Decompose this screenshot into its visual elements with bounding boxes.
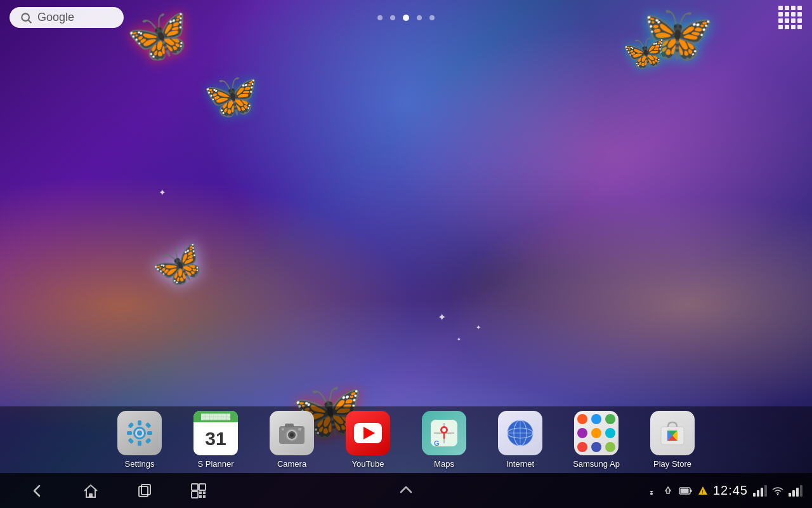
page-dots [377,15,435,21]
svg-rect-41 [199,491,202,494]
internet-icon-container [498,411,542,455]
recents-icon [136,482,154,500]
home-button[interactable] [79,479,102,502]
signal-bars [753,485,767,497]
samsung-label: Samsung Ap [573,459,620,469]
svg-point-20 [282,428,284,431]
net-bar-1 [789,493,791,497]
nav-center [397,481,415,501]
net-bar-2 [792,490,795,497]
svg-rect-19 [298,428,301,431]
recycle-icon [662,485,674,497]
globe-icon [504,417,536,449]
butterfly-mid-left: 🦋 [203,70,258,122]
svg-rect-42 [203,491,206,494]
svg-text:!: ! [702,489,704,495]
dock-item-samsung[interactable]: Samsung Ap [568,411,625,469]
svg-rect-35 [89,493,93,497]
svg-text:G: G [434,439,440,447]
svg-point-0 [22,13,29,21]
keyboard-button[interactable] [187,479,209,502]
camera-label: Camera [277,459,306,469]
svg-rect-9 [145,422,152,429]
youtube-triangle [363,427,375,439]
grid-dot-15 [797,25,802,29]
grid-dot-1 [785,6,789,10]
battery-icon [679,486,693,495]
gear-icon [124,417,155,449]
page-dot-2[interactable] [403,15,409,21]
svg-rect-11 [145,438,152,444]
keyboard-icon [190,482,207,500]
dock-item-youtube[interactable]: YouTube [339,411,396,469]
home-icon [82,482,100,500]
dock-item-splanner[interactable]: ▓▓▓▓▓▓▓ 31 S Planner [187,411,244,469]
camera-icon [276,417,308,449]
butterfly-mid-right: 🦋 [622,32,666,73]
grid-dot-14 [791,25,796,29]
svg-point-13 [137,431,142,436]
splanner-label: S Planner [197,459,233,469]
dock-item-internet[interactable]: Internet [492,411,549,469]
dock: Settings ▓▓▓▓▓▓▓ 31 S Planner Camera [0,406,812,473]
internet-label: Internet [506,459,534,469]
youtube-label: YouTube [351,459,384,469]
svg-point-23 [442,428,446,432]
grid-dot-7 [797,12,802,17]
svg-rect-7 [147,431,152,435]
grid-dot-8 [778,18,783,23]
up-arrow-icon[interactable] [397,481,415,498]
wifi-icon [772,486,783,495]
youtube-icon-container [346,411,390,455]
dock-item-playstore[interactable]: Play Store [644,411,701,469]
grid-dot-13 [785,25,789,29]
grid-dot-6 [791,12,796,17]
svg-rect-8 [128,422,134,429]
youtube-play-icon [354,423,382,443]
grid-dot-10 [791,18,796,23]
signal-bar-4 [764,485,767,497]
back-button[interactable] [25,479,48,502]
apps-grid-button[interactable] [777,5,802,30]
svg-point-18 [290,433,294,437]
usb-icon [646,485,657,497]
settings-icon-container [117,411,162,455]
recents-button[interactable] [133,479,155,502]
network-signal [789,485,802,497]
grid-dot-3 [797,6,802,10]
svg-rect-45 [650,493,653,495]
page-dot-3[interactable] [417,15,422,20]
svg-rect-10 [128,438,134,444]
svg-rect-43 [199,495,202,498]
svg-rect-44 [203,495,206,498]
playstore-icon [658,419,686,447]
grid-dot-4 [778,12,783,17]
svg-rect-4 [138,420,141,425]
splanner-icon: ▓▓▓▓▓▓▓ 31 [193,411,238,455]
svg-rect-6 [127,431,132,435]
svg-rect-40 [192,491,198,498]
page-dot-4[interactable] [429,15,435,20]
svg-point-50 [777,493,778,495]
grid-icon [778,6,802,29]
dock-item-maps[interactable]: G Maps [416,411,473,469]
maps-icon-container: G [422,411,466,455]
grid-dot-0 [778,6,783,10]
calendar-header: ▓▓▓▓▓▓▓ [193,411,238,422]
dock-item-settings[interactable]: Settings [111,411,168,469]
svg-rect-48 [690,490,692,492]
search-icon [20,11,32,24]
page-dot-1[interactable] [390,15,395,20]
net-bar-4 [800,485,802,497]
svg-rect-5 [138,441,141,446]
svg-rect-39 [199,484,206,490]
search-label: Google [37,11,74,24]
maps-label: Maps [434,459,454,469]
playstore-icon-container [650,411,695,455]
page-dot-0[interactable] [377,15,383,20]
svg-rect-38 [192,484,198,490]
svg-line-1 [29,20,32,23]
status-bar: ! 12:45 [646,473,812,508]
search-bar[interactable]: Google [10,7,124,28]
dock-item-camera[interactable]: Camera [263,411,320,469]
